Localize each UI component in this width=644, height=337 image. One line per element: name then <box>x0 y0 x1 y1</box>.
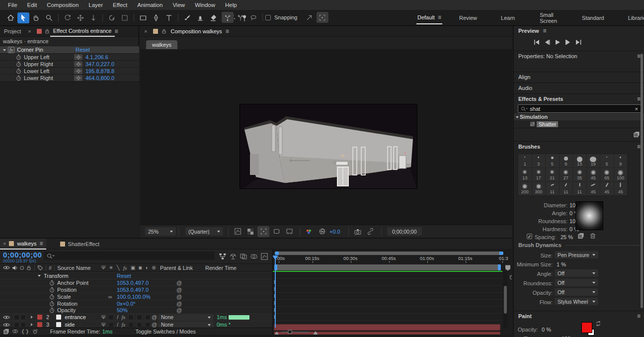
pickwhip-icon[interactable]: @ <box>176 294 182 300</box>
foreground-color-swatch[interactable] <box>581 322 592 333</box>
switch-box[interactable] <box>128 315 134 320</box>
workspace-review[interactable]: Review <box>458 12 478 23</box>
quality-switch-icon[interactable]: / <box>117 322 118 328</box>
stopwatch-icon[interactable] <box>16 68 21 74</box>
puppet-overlap-icon[interactable] <box>247 12 259 23</box>
anchor-switch-icon[interactable]: Ψ <box>101 322 105 328</box>
opacity-dropdown[interactable]: Off <box>555 288 598 296</box>
effect-reset-link[interactable]: Reset <box>76 47 90 53</box>
size-dropdown[interactable]: Pen Pressure <box>555 251 598 258</box>
layer-name[interactable]: entrance <box>65 314 86 320</box>
brush-preset[interactable]: 45 <box>600 182 614 196</box>
stopwatch-icon[interactable] <box>49 301 55 307</box>
exposure-value[interactable]: +0.0 <box>329 229 340 235</box>
brush-preset[interactable]: 11 <box>546 182 560 196</box>
panel-menu-icon[interactable]: ≡ <box>637 313 641 320</box>
first-frame-button[interactable] <box>534 40 540 45</box>
exposure-reset-icon[interactable] <box>316 226 328 237</box>
close-icon[interactable]: × <box>144 28 147 34</box>
roundness-dropdown[interactable]: Off <box>555 279 598 286</box>
home-tool[interactable] <box>4 12 16 23</box>
fx-badge-icon[interactable]: fx <box>8 47 14 53</box>
brush-preset[interactable]: 300 <box>532 182 546 196</box>
fast-previews-icon[interactable] <box>232 226 243 237</box>
workspace-default[interactable]: Default ≡ <box>416 11 442 24</box>
workspace-standard[interactable]: Standard <box>581 12 605 23</box>
close-icon[interactable]: × <box>28 28 31 34</box>
playhead-line[interactable] <box>275 255 276 328</box>
render-time-pane-icon[interactable] <box>32 328 38 335</box>
layer-row-entrance[interactable]: 2 entrance Ψ / fx @ None 1ms <box>0 313 272 321</box>
brush-preset[interactable]: 45 <box>587 168 601 182</box>
stopwatch-icon[interactable] <box>16 75 21 81</box>
channel-rgb-icon[interactable] <box>303 226 315 237</box>
pen-tool[interactable] <box>150 12 162 23</box>
hand-tool[interactable] <box>30 12 42 23</box>
region-of-interest-icon[interactable] <box>257 226 269 237</box>
paint-title[interactable]: Paint <box>518 313 532 319</box>
snap-arrow-icon[interactable] <box>304 12 316 23</box>
brush-preset[interactable]: 1 <box>518 154 532 168</box>
delete-brush-icon[interactable] <box>589 232 596 239</box>
stopwatch-icon[interactable] <box>49 287 55 293</box>
corner-target-icon[interactable] <box>74 68 82 74</box>
type-tool[interactable] <box>163 12 175 23</box>
effect-item-label[interactable]: Shatter <box>537 121 558 127</box>
property-value[interactable]: 1053.0,497.0 <box>117 280 149 286</box>
spacing-value[interactable]: 25 % <box>561 234 573 240</box>
layer-color-box[interactable] <box>56 315 61 320</box>
menu-animation[interactable]: Animation <box>132 2 167 8</box>
render-time-column-header[interactable]: Render Time <box>205 265 237 271</box>
brush-preset[interactable]: 9 <box>560 154 573 168</box>
param-value[interactable]: 464.0,800.0 <box>85 75 114 81</box>
layer-label-chip[interactable] <box>37 315 42 320</box>
paint-opacity-value[interactable]: 0 % <box>542 327 551 333</box>
effect-header-row[interactable]: fx Corner Pin Reset <box>0 46 139 53</box>
expand-layer-switches-icon[interactable] <box>3 328 9 335</box>
previous-frame-button[interactable] <box>544 40 550 45</box>
fx-switch-icon[interactable]: fx <box>121 314 125 320</box>
menu-file[interactable]: File <box>3 2 22 8</box>
stopwatch-icon[interactable] <box>49 294 55 300</box>
panel-menu-icon[interactable]: ≡ <box>637 95 641 102</box>
tab-composition[interactable]: Composition walkeys <box>167 28 225 34</box>
menu-window[interactable]: Window <box>190 2 220 8</box>
panel-menu-icon[interactable]: ≡ <box>226 28 229 35</box>
brush-preset[interactable]: 200 <box>518 182 532 196</box>
collapse-effect-icon[interactable] <box>3 49 6 53</box>
solo-toggle[interactable] <box>20 315 26 320</box>
work-area-end-handle[interactable] <box>498 264 501 270</box>
switch-box[interactable] <box>108 315 114 320</box>
puppet-position-pin-icon[interactable] <box>222 12 234 23</box>
effects-group-row[interactable]: Simulation <box>514 113 644 120</box>
snapshot-icon[interactable] <box>352 226 364 237</box>
play-button[interactable] <box>555 40 561 45</box>
brush-preset[interactable]: 65 <box>600 168 614 182</box>
guides-options-icon[interactable] <box>283 226 295 237</box>
switch-box[interactable] <box>145 315 151 320</box>
tab-effect-controls[interactable]: Effect Controls entrance <box>50 26 115 37</box>
transparency-grid-icon[interactable] <box>244 226 256 237</box>
brush-preset[interactable]: 45 <box>614 182 628 196</box>
panel-menu-icon[interactable]: ≡ <box>115 28 118 35</box>
brush-preset[interactable]: 35 <box>573 168 587 182</box>
workspace-libraries[interactable]: Libraries <box>627 12 644 23</box>
clone-stamp-tool[interactable] <box>194 12 206 23</box>
workspace-small-screen[interactable]: Small Screen <box>539 9 558 26</box>
brush-preset[interactable]: 45 <box>587 182 601 196</box>
timeline-tab-walkeys[interactable]: × walkeys ≡ <box>0 239 46 250</box>
expand-layer-icon[interactable] <box>31 316 34 319</box>
rotation-tool[interactable] <box>106 12 118 23</box>
layer-label-chip[interactable] <box>37 322 42 327</box>
timeline-h-scrollbar[interactable] <box>275 252 503 255</box>
brush-preset[interactable]: 21 <box>546 168 560 182</box>
pickwhip-icon[interactable]: @ <box>152 314 157 320</box>
collapse-group-icon[interactable] <box>516 116 519 120</box>
viewer-tab-walkeys[interactable]: walkeys <box>146 40 177 49</box>
menu-help[interactable]: Help <box>220 2 242 8</box>
track-area[interactable]: I I I I I I <box>273 272 502 328</box>
expand-in-out-icon[interactable]: ❬❭ <box>21 329 29 334</box>
audio-toggle[interactable] <box>14 315 19 320</box>
mask-visibility-icon[interactable] <box>270 226 282 237</box>
close-icon[interactable]: × <box>3 241 6 247</box>
